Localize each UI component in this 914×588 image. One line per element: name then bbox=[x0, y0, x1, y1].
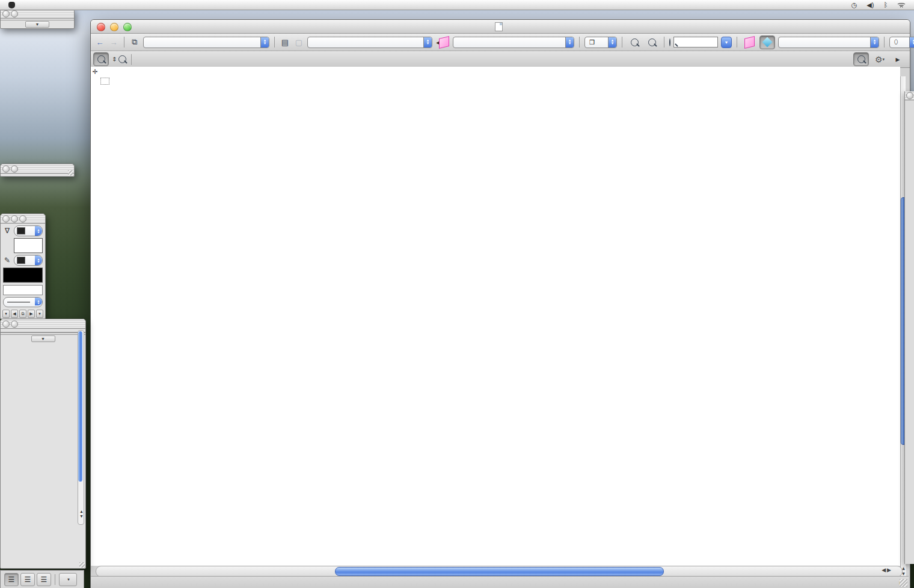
layers-icon[interactable]: ▤ bbox=[280, 38, 290, 47]
tool-mode-bar: ⇕ ⚙▾ ▶ bbox=[91, 51, 910, 68]
back-button[interactable]: ← bbox=[94, 38, 105, 47]
attr-prev-button[interactable]: ◀ bbox=[11, 310, 18, 318]
attributes-palette-title[interactable] bbox=[1, 214, 45, 224]
class-dropdown[interactable]: ▲▼ bbox=[143, 37, 269, 48]
pen-style-dropdown[interactable]: ▲▼ bbox=[14, 255, 43, 266]
line-weight-dropdown[interactable]: ▲▼ bbox=[3, 297, 43, 307]
bluetooth-icon[interactable]: ᛒ bbox=[883, 1, 888, 8]
attr-menu-button[interactable]: ▾ bbox=[2, 310, 10, 318]
mode-bar-overflow-button[interactable]: ▶ bbox=[891, 53, 905, 66]
palette-collapse-button[interactable] bbox=[11, 215, 18, 222]
document-icon bbox=[495, 22, 503, 31]
palette-resize-grip[interactable] bbox=[68, 170, 73, 176]
tool-sets-scrollbar-thumb[interactable] bbox=[78, 331, 82, 482]
palette-expand-button[interactable]: ▼ bbox=[25, 21, 49, 28]
attr-link-button[interactable]: ⧉ bbox=[19, 310, 26, 318]
tool-sets-scroll-arrows[interactable]: ▲▼ bbox=[79, 509, 84, 519]
pen-color-swatch[interactable] bbox=[3, 268, 43, 283]
opacity-field[interactable] bbox=[3, 285, 43, 295]
document-window: ← → ⧉ ▲▼ ▤ ▢ ▲▼ ◀ ▲▼ ❐▲▼ ▼ ▲▼ bbox=[90, 19, 910, 588]
magic-wand-button[interactable] bbox=[853, 52, 869, 66]
palette-expand-button[interactable]: ▼ bbox=[31, 335, 55, 342]
preferences-button[interactable]: ⚙▾ bbox=[873, 53, 887, 66]
pen-style-swatch bbox=[17, 257, 25, 264]
align-left-button[interactable]: ☰ bbox=[4, 573, 19, 586]
align-right-button[interactable]: ☰ bbox=[37, 573, 51, 586]
fill-style-swatch bbox=[17, 227, 25, 234]
look-at-working-plane-button[interactable] bbox=[742, 36, 756, 49]
title-bar[interactable] bbox=[91, 20, 910, 34]
palette-close-button[interactable] bbox=[2, 10, 10, 17]
mouse-icon: ⬯ bbox=[890, 38, 909, 46]
zoom-window-button[interactable] bbox=[123, 23, 132, 31]
tool-sets-palette-title[interactable] bbox=[1, 319, 85, 329]
time-machine-icon[interactable]: ◷ bbox=[851, 1, 857, 9]
fit-to-page-button[interactable] bbox=[645, 36, 659, 49]
apple-menu-icon[interactable] bbox=[8, 2, 15, 8]
clipboard-icon: ❐ bbox=[585, 39, 608, 46]
plane-icon bbox=[439, 35, 449, 48]
basic-palette-title[interactable] bbox=[1, 9, 74, 19]
window-resize-grip[interactable] bbox=[900, 579, 907, 587]
palette-close-button[interactable] bbox=[2, 320, 10, 328]
menubar-status-icons: ◷ ◀) ᛒ bbox=[851, 1, 914, 9]
marquee-zoom-mode-button[interactable] bbox=[93, 52, 109, 66]
interactive-zoom-mode-button[interactable]: ⇕ bbox=[112, 53, 126, 66]
close-button[interactable] bbox=[97, 23, 105, 31]
isometric-view-icon bbox=[762, 37, 773, 47]
tool-sets-scrollbar[interactable] bbox=[78, 330, 84, 525]
palette-zoom-button[interactable] bbox=[19, 215, 26, 222]
tool-sets-footer: ▼ bbox=[1, 334, 85, 343]
object-info-label bbox=[905, 100, 914, 127]
magnifier-icon bbox=[648, 38, 656, 46]
magnifier-icon bbox=[857, 55, 865, 63]
snapping-palette-title[interactable] bbox=[1, 164, 74, 174]
references-icon[interactable]: ⧉ bbox=[129, 37, 140, 47]
marquee-zoom-icon bbox=[97, 55, 105, 63]
forward-button[interactable]: → bbox=[108, 38, 119, 47]
line-weight-preview bbox=[7, 302, 30, 302]
window-title bbox=[495, 22, 506, 31]
render-mode-dropdown[interactable]: ⬯▲▼ bbox=[889, 37, 914, 48]
object-info-palette-partial bbox=[904, 91, 914, 564]
plane-dropdown[interactable]: ▲▼ bbox=[453, 37, 574, 48]
ruler-origin-button[interactable]: ✛ bbox=[91, 67, 100, 77]
palette-collapse-button[interactable] bbox=[11, 320, 18, 328]
fill-tool-icon: ∇ bbox=[3, 227, 11, 235]
view-bar: ← → ⧉ ▲▼ ▤ ▢ ▲▼ ◀ ▲▼ ❐▲▼ ▼ ▲▼ bbox=[91, 34, 910, 51]
palette-close-button[interactable] bbox=[2, 165, 10, 173]
attr-more-button[interactable]: ▾ bbox=[36, 310, 43, 318]
horizontal-scrollbar-arrows[interactable]: ◀▶ bbox=[882, 567, 891, 573]
view-dropdown[interactable]: ▲▼ bbox=[778, 37, 879, 48]
fit-to-objects-button[interactable] bbox=[627, 36, 642, 49]
palette-collapse-button[interactable] bbox=[11, 10, 18, 17]
pen-tool-icon: ✎ bbox=[3, 256, 11, 265]
tool-sets-palette: ▲▼ ▼ bbox=[0, 319, 86, 569]
attr-next-button[interactable]: ▶ bbox=[28, 310, 35, 318]
palette-close-button[interactable] bbox=[906, 92, 913, 99]
interactive-zoom-icon bbox=[118, 55, 126, 63]
layer-dropdown[interactable]: ▲▼ bbox=[307, 37, 432, 48]
fill-color-swatch[interactable] bbox=[14, 238, 43, 253]
minimize-button[interactable] bbox=[110, 23, 118, 31]
zoom-level-field[interactable] bbox=[673, 37, 718, 47]
palette-resize-grip[interactable] bbox=[79, 562, 85, 568]
palette-collapse-button[interactable] bbox=[11, 165, 18, 173]
palette-close-button[interactable] bbox=[2, 215, 10, 222]
sheet-layers-icon: ▢ bbox=[293, 38, 304, 47]
working-plane-button[interactable]: ◀ bbox=[435, 36, 450, 49]
object-info-title[interactable] bbox=[905, 91, 914, 100]
horizontal-scrollbar-thumb[interactable] bbox=[335, 567, 664, 576]
gear-icon: ⚙ bbox=[875, 55, 883, 64]
saved-views-dropdown[interactable]: ❐▲▼ bbox=[584, 37, 617, 48]
drawing-canvas[interactable] bbox=[99, 76, 900, 566]
fill-style-dropdown[interactable]: ▲▼ bbox=[14, 225, 43, 236]
align-center-button[interactable]: ☰ bbox=[20, 573, 35, 586]
text-color-button[interactable]: ▾ bbox=[59, 573, 77, 586]
standard-view-button[interactable] bbox=[759, 35, 775, 49]
zoom-level-dropdown-button[interactable]: ▼ bbox=[721, 37, 732, 48]
snapping-palette bbox=[0, 164, 75, 177]
wifi-icon[interactable] bbox=[897, 2, 906, 8]
volume-icon[interactable]: ◀) bbox=[866, 1, 874, 9]
horizontal-ruler bbox=[99, 67, 900, 77]
